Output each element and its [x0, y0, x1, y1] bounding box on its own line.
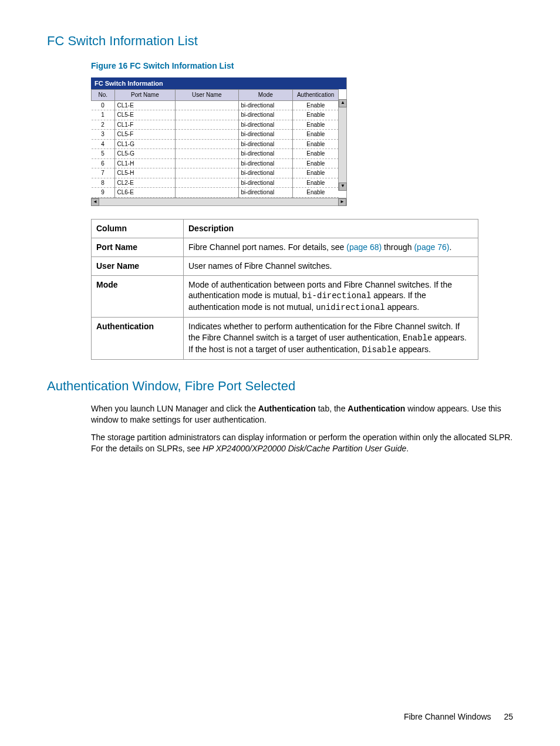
scroll-right-icon[interactable]: ►	[338, 198, 346, 206]
col-port: Port Name	[114, 90, 176, 101]
cell-mode: bi-directional	[238, 188, 293, 198]
cell-port: CL1-G	[114, 139, 176, 149]
row-label-user: User Name	[92, 256, 184, 275]
code-unidirectional: unidirectional	[316, 303, 385, 312]
table-row: Authentication Indicates whether to perf…	[92, 318, 478, 360]
code-disable: Disable	[362, 345, 397, 355]
cell-auth: Enable	[293, 149, 339, 159]
table-row: User Name User names of Fibre Channel sw…	[92, 256, 478, 275]
figure-caption: Figure 16 FC Switch Information List	[91, 60, 513, 72]
col-user: User Name	[176, 90, 238, 101]
cell-user	[176, 158, 238, 168]
scroll-up-icon[interactable]: ▲	[339, 99, 347, 107]
cell-no: 4	[92, 139, 115, 149]
bold-authentication-2: Authentication	[348, 404, 405, 413]
cell-no: 3	[92, 130, 115, 140]
table-row[interactable]: 1CL5-Ebi-directionalEnable	[92, 110, 339, 120]
scroll-left-icon[interactable]: ◄	[91, 198, 99, 206]
bold-authentication-1: Authentication	[258, 404, 316, 413]
cell-port: CL5-G	[114, 149, 176, 159]
cell-no: 5	[92, 149, 115, 159]
cell-user	[176, 149, 238, 159]
body-paragraph-1: When you launch LUN Manager and click th…	[91, 403, 513, 426]
table-row[interactable]: 0CL1-Ebi-directionalEnable	[92, 100, 339, 110]
cell-mode: bi-directional	[238, 149, 293, 159]
table-row[interactable]: 4CL1-Gbi-directionalEnable	[92, 139, 339, 149]
cell-no: 0	[92, 100, 115, 110]
table-row[interactable]: 7CL5-Hbi-directionalEnable	[92, 168, 339, 178]
cell-no: 9	[92, 188, 115, 198]
table-row: Port Name Fibre Channel port names. For …	[92, 238, 478, 256]
link-page-68[interactable]: (page 68)	[346, 242, 382, 252]
cell-no: 2	[92, 120, 115, 130]
cell-user	[176, 168, 238, 178]
page-number: 25	[504, 712, 513, 721]
cell-auth: Enable	[293, 130, 339, 140]
column-description-table: Column Description Port Name Fibre Chann…	[91, 219, 478, 360]
cell-auth: Enable	[293, 110, 339, 120]
col-no: No.	[92, 90, 115, 101]
row-desc-port: Fibre Channel port names. For details, s…	[184, 238, 478, 256]
cell-auth: Enable	[293, 168, 339, 178]
scroll-down-icon[interactable]: ▼	[339, 183, 347, 191]
row-label-auth: Authentication	[92, 318, 184, 360]
row-desc-mode: Mode of authentication between ports and…	[184, 275, 478, 318]
table-row[interactable]: 8CL2-Ebi-directionalEnable	[92, 178, 339, 188]
cell-mode: bi-directional	[238, 120, 293, 130]
col-mode: Mode	[238, 90, 293, 101]
page-footer: Fibre Channel Windows 25	[404, 711, 513, 723]
cell-no: 1	[92, 110, 115, 120]
link-page-76[interactable]: (page 76)	[414, 242, 449, 252]
cell-user	[176, 188, 238, 198]
cell-user	[176, 139, 238, 149]
cell-port: CL1-F	[114, 120, 176, 130]
section-heading-fc-switch: FC Switch Information List	[47, 32, 513, 50]
cell-no: 8	[92, 178, 115, 188]
cell-port: CL5-F	[114, 130, 176, 140]
cell-user	[176, 120, 238, 130]
cell-user	[176, 130, 238, 140]
row-desc-user: User names of Fibre Channel switches.	[184, 256, 478, 275]
cell-mode: bi-directional	[238, 139, 293, 149]
row-desc-auth: Indicates whether to perform authenticat…	[184, 318, 478, 360]
col-auth: Authentication	[293, 90, 339, 101]
cell-mode: bi-directional	[238, 110, 293, 120]
cell-auth: Enable	[293, 139, 339, 149]
row-label-mode: Mode	[92, 275, 184, 318]
cell-mode: bi-directional	[238, 130, 293, 140]
cell-user	[176, 100, 238, 110]
cell-port: CL5-E	[114, 110, 176, 120]
fc-table-header: No. Port Name User Name Mode Authenticat…	[92, 90, 339, 101]
cell-auth: Enable	[293, 100, 339, 110]
desc-header-description: Description	[184, 219, 478, 238]
code-bidirectional: bi-directional	[302, 291, 372, 301]
section-heading-auth-window: Authentication Window, Fibre Port Select…	[47, 377, 513, 395]
body-paragraph-2: The storage partition administrators can…	[91, 432, 513, 454]
cell-port: CL1-H	[114, 158, 176, 168]
footer-section: Fibre Channel Windows	[404, 712, 491, 721]
desc-header-column: Column	[92, 219, 184, 238]
cell-auth: Enable	[293, 158, 339, 168]
cell-no: 6	[92, 158, 115, 168]
cell-user	[176, 178, 238, 188]
cell-mode: bi-directional	[238, 158, 293, 168]
cell-auth: Enable	[293, 178, 339, 188]
cell-port: CL6-E	[114, 188, 176, 198]
vertical-scrollbar[interactable]: ▲ ▼	[338, 99, 346, 191]
cell-user	[176, 110, 238, 120]
desc-header-row: Column Description	[92, 219, 478, 238]
table-row: Mode Mode of authentication between port…	[92, 275, 478, 318]
table-row[interactable]: 3CL5-Fbi-directionalEnable	[92, 130, 339, 140]
cell-port: CL2-E	[114, 178, 176, 188]
cell-auth: Enable	[293, 120, 339, 130]
table-row[interactable]: 5CL5-Gbi-directionalEnable	[92, 149, 339, 159]
table-row[interactable]: 2CL1-Fbi-directionalEnable	[92, 120, 339, 130]
cell-auth: Enable	[293, 188, 339, 198]
cell-mode: bi-directional	[238, 168, 293, 178]
table-row[interactable]: 6CL1-Hbi-directionalEnable	[92, 158, 339, 168]
fc-switch-info-title: FC Switch Information	[91, 77, 346, 90]
table-row[interactable]: 9CL6-Ebi-directionalEnable	[92, 188, 339, 198]
cell-port: CL5-H	[114, 168, 176, 178]
horizontal-scrollbar[interactable]: ◄ ►	[91, 198, 346, 205]
code-enable: Enable	[403, 333, 432, 343]
